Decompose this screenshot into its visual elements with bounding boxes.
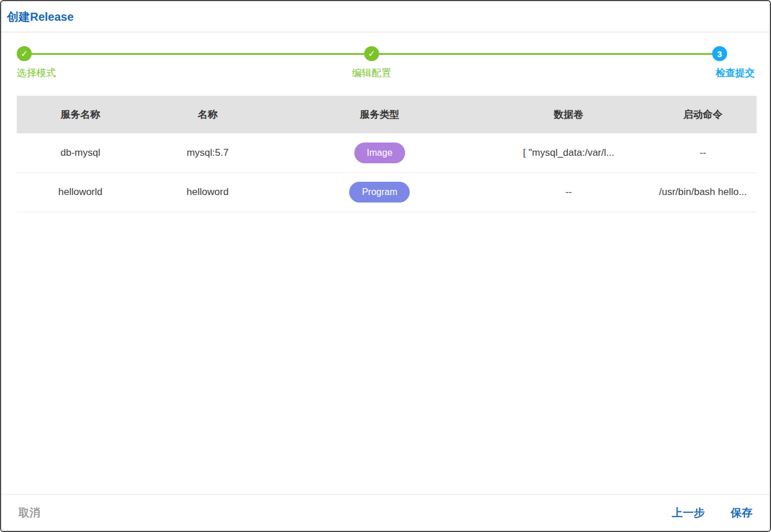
table-row: helloworld helloword Program -- /usr/bin… (17, 173, 757, 212)
save-button[interactable]: 保存 (731, 505, 753, 520)
column-header-service-type: 服务类型 (271, 96, 488, 133)
services-review-table: 服务名称 名称 服务类型 数据卷 启动命令 db-mysql mysql:5.7… (17, 96, 757, 212)
wizard-stepper: ✓ ✓ 3 选择模式 编辑配置 检查提交 (1, 32, 770, 96)
check-icon: ✓ (368, 48, 376, 59)
cell-service-type: Program (271, 173, 488, 212)
step-3-circle: 3 (712, 46, 727, 61)
cancel-button[interactable]: 取消 (18, 505, 40, 520)
table-header-row: 服务名称 名称 服务类型 数据卷 启动命令 (17, 96, 757, 133)
column-header-volume: 数据卷 (488, 96, 649, 133)
cell-volume: -- (488, 173, 649, 212)
cell-service-name: db-mysql (17, 133, 144, 173)
check-icon: ✓ (21, 48, 28, 59)
step-2-label: 编辑配置 (352, 66, 391, 80)
dialog-footer: 取消 上一步 保存 (1, 494, 770, 531)
service-type-badge: Program (349, 182, 410, 203)
step-3-label: 检查提交 (716, 66, 755, 80)
cell-service-type: Image (271, 133, 488, 173)
cell-volume: [ "mysql_data:/var/l... (488, 133, 649, 173)
previous-step-button[interactable]: 上一步 (672, 505, 705, 520)
column-header-name: 名称 (144, 96, 272, 133)
dialog-titlebar: 创建Release (1, 1, 770, 32)
cell-command: -- (649, 133, 757, 173)
dialog-title: 创建Release (7, 9, 764, 24)
step-3-number: 3 (717, 49, 722, 59)
step-2-circle: ✓ (364, 46, 379, 61)
footer-actions: 上一步 保存 (672, 505, 753, 520)
create-release-dialog: 创建Release ✓ ✓ 3 选择模式 编辑配置 检查提交 服务名称 名称 服… (0, 0, 771, 532)
cell-service-name: helloworld (17, 173, 144, 212)
cell-command: /usr/bin/bash hello... (649, 173, 757, 212)
cell-name: helloword (144, 173, 272, 212)
step-1-circle: ✓ (17, 46, 32, 61)
table-row: db-mysql mysql:5.7 Image [ "mysql_data:/… (17, 133, 757, 173)
cell-name: mysql:5.7 (144, 133, 272, 173)
step-1-label: 选择模式 (17, 66, 56, 80)
service-type-badge: Image (354, 143, 405, 163)
column-header-command: 启动命令 (649, 96, 757, 133)
column-header-service-name: 服务名称 (17, 96, 144, 133)
